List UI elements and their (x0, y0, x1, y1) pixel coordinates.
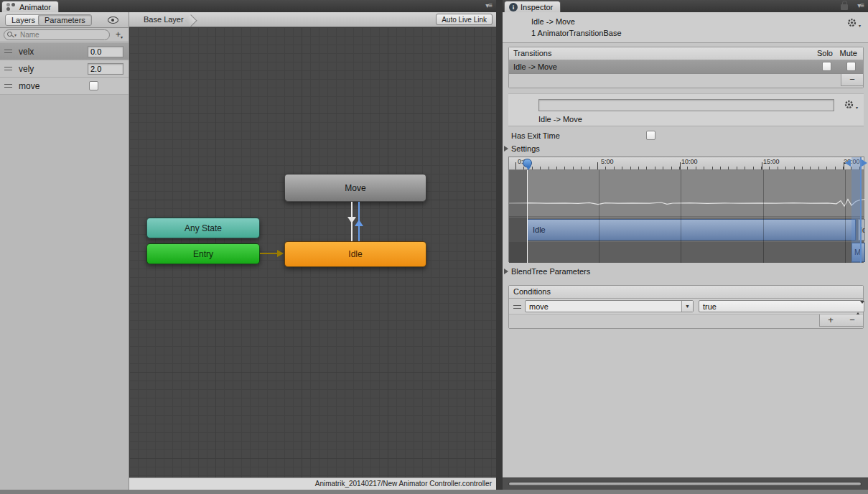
unity-editor: Animator ▾≡ Layers Parameters ▾ +▾ velx (0, 0, 868, 494)
parameter-value-field[interactable] (88, 46, 123, 57)
timeline-body: Idle Id M (509, 170, 864, 263)
add-condition-button[interactable]: + (820, 314, 841, 326)
popup-arrows-icon (856, 302, 861, 314)
transitions-header-label: Transitions (513, 49, 551, 57)
inspector-header: Idle -> Move 1 AnimatorTransitionBase ▾ (503, 12, 868, 43)
animator-icon (6, 3, 17, 11)
tab-layers[interactable]: Layers (5, 14, 42, 26)
settings-foldout[interactable]: Settings (504, 144, 540, 153)
inspector-context-menu-icon[interactable]: ▾≡ (857, 1, 864, 9)
parameter-row-velx[interactable]: velx (0, 43, 129, 60)
parameter-row-vely[interactable]: vely (0, 60, 129, 78)
animator-tabstrip: Animator ▾≡ (0, 0, 496, 12)
timeline-left-margin (509, 170, 527, 263)
horizontal-scrollbar[interactable] (508, 482, 862, 486)
timeline-gridline (681, 170, 681, 263)
parameter-checkbox[interactable] (89, 81, 98, 90)
transition-name-input[interactable] (538, 99, 834, 111)
transition-arrowhead-icon (355, 220, 363, 226)
breadcrumb-base-layer[interactable]: Base Layer (138, 14, 197, 25)
lock-icon[interactable] (841, 4, 848, 10)
condition-row[interactable]: move ▼ true (509, 299, 863, 314)
timeline-gridline (599, 170, 599, 263)
parameter-value-field[interactable] (88, 63, 123, 75)
foldout-arrow-icon (504, 269, 508, 274)
state-machine-graph: Base Layer Auto Live Link Move Any State… (129, 12, 496, 490)
conditions-list-footer: + − (509, 314, 863, 328)
blendtree-parameters-foldout[interactable]: BlendTree Parameters (504, 267, 590, 276)
eye-icon[interactable] (108, 17, 118, 24)
controller-path-status-bar: Animatrik_20140217/New Animator Controll… (129, 477, 496, 490)
drag-handle-icon[interactable] (4, 50, 12, 53)
transition-timeline[interactable]: 0:00 5:00 10:00 15:00 20:00 Idle Id (508, 157, 864, 262)
state-node-move[interactable]: Move (284, 174, 426, 202)
ruler-label: 5:00 (601, 158, 614, 165)
transition-start-flag-icon[interactable] (845, 159, 851, 167)
parameter-search-row: ▾ +▾ (0, 28, 129, 42)
condition-parameter-dropdown[interactable]: move ▼ (525, 300, 694, 312)
transition-list-row[interactable]: Idle -> Move (509, 60, 863, 74)
gear-icon[interactable]: ▾ (847, 18, 857, 27)
inspector-window: i Inspector ▾≡ Idle -> Move 1 AnimatorTr… (503, 0, 868, 490)
solo-checkbox[interactable] (822, 62, 831, 71)
clip-idle[interactable]: Idle (527, 219, 856, 241)
parameter-row-move[interactable]: move (0, 78, 129, 95)
gear-icon[interactable]: ▾ (844, 100, 854, 109)
parameter-name: velx (19, 47, 34, 57)
state-node-entry[interactable]: Entry (146, 243, 260, 264)
drag-handle-icon[interactable] (4, 84, 12, 88)
foldout-arrow-icon (504, 146, 508, 152)
transition-arrow-entry-to-idle[interactable] (260, 253, 279, 254)
transition-end-marker[interactable] (860, 157, 862, 263)
playhead-pin[interactable] (523, 159, 532, 167)
drag-handle-icon[interactable] (513, 305, 521, 309)
transition-subtitle: 1 AnimatorTransitionBase (531, 29, 622, 37)
solo-column-label: Solo (817, 47, 833, 60)
settings-foldout-label: Settings (511, 144, 540, 153)
has-exit-time-checkbox[interactable] (646, 131, 655, 140)
parameter-search-input[interactable] (4, 29, 110, 40)
add-parameter-button[interactable]: +▾ (116, 29, 123, 39)
auto-live-link-button[interactable]: Auto Live Link (436, 14, 493, 25)
tab-animator-label: Animator (19, 3, 51, 11)
inspector-body: Idle -> Move 1 AnimatorTransitionBase ▾ … (503, 12, 868, 490)
tab-animator[interactable]: Animator (1, 1, 59, 12)
animator-context-menu-icon[interactable]: ▾≡ (485, 1, 492, 9)
mute-checkbox[interactable] (846, 62, 856, 71)
tab-parameters[interactable]: Parameters (38, 14, 92, 26)
search-icon (7, 32, 12, 37)
mute-column-label: Mute (840, 47, 857, 60)
breadcrumb-bar: Base Layer Auto Live Link (129, 12, 496, 27)
dropdown-caret-icon[interactable]: ▼ (681, 301, 693, 312)
inspector-tabstrip: i Inspector ▾≡ (503, 0, 868, 12)
remove-condition-button[interactable]: − (841, 314, 863, 326)
info-icon: i (509, 3, 518, 11)
state-node-idle[interactable]: Idle (284, 241, 426, 267)
condition-value-dropdown[interactable]: true (699, 300, 864, 312)
graph-canvas[interactable]: Move Any State Entry Idle (129, 27, 496, 477)
has-exit-time-row: Has Exit Time (503, 130, 868, 143)
has-exit-time-label: Has Exit Time (511, 131, 560, 140)
transition-name-label: Idle -> Move (538, 115, 582, 124)
remove-transition-button[interactable]: − (841, 74, 863, 85)
parameter-curve (509, 170, 865, 217)
transitions-list: Transitions Solo Mute Idle -> Move − (508, 47, 864, 88)
inspector-bottom-strip (503, 477, 868, 490)
conditions-header-label: Conditions (513, 287, 551, 296)
timeline-curve-band (509, 170, 864, 217)
conditions-list: Conditions move ▼ true + (508, 285, 864, 329)
tab-inspector-label: Inspector (521, 3, 553, 11)
transition-end-flag-icon[interactable] (862, 159, 867, 167)
ruler-label: 10:00 (681, 158, 698, 165)
parameter-name: move (19, 81, 39, 91)
tab-inspector[interactable]: i Inspector (504, 1, 561, 12)
animator-window: Animator ▾≡ Layers Parameters ▾ +▾ velx (0, 0, 496, 490)
transition-row-label: Idle -> Move (513, 62, 557, 71)
ruler-label: 15:00 (763, 158, 780, 165)
timeline-ruler[interactable]: 0:00 5:00 10:00 15:00 20:00 (509, 157, 864, 170)
window-divider[interactable] (496, 0, 503, 490)
timeline-track-idle: Idle Id (509, 218, 864, 242)
drag-handle-icon[interactable] (4, 67, 12, 70)
transition-name-box: ▾ Idle -> Move (508, 93, 864, 126)
state-node-any-state[interactable]: Any State (146, 218, 260, 238)
